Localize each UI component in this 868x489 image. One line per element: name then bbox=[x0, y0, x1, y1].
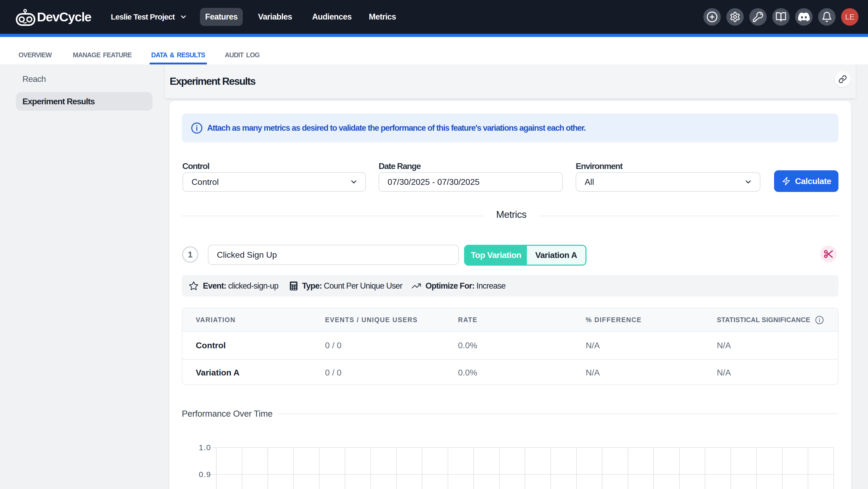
svg-text:1.0: 1.0 bbox=[199, 443, 211, 452]
svg-text:0.9: 0.9 bbox=[199, 470, 211, 479]
